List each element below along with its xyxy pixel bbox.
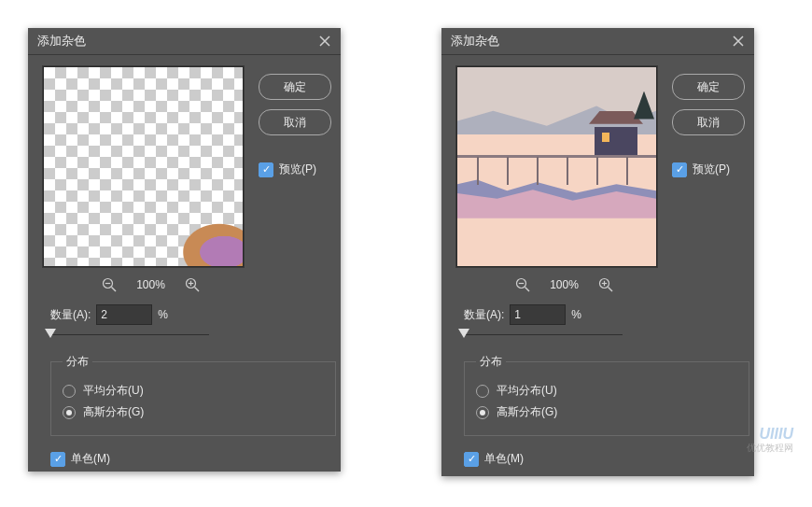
distribution-group: 分布 平均分布(U) 高斯分布(G) [464,354,749,436]
mono-checkbox[interactable] [50,452,65,467]
svg-line-4 [194,288,199,292]
amount-label: 数量(A): [464,307,504,323]
svg-line-8 [525,288,530,292]
mono-label: 单色(M) [71,451,110,467]
watermark: UIIIU 优优教程网 [747,426,793,453]
radio-gaussian[interactable]: 高斯分布(G) [63,404,324,420]
preview-checkbox[interactable] [672,162,687,177]
zoom-out-icon[interactable] [514,276,531,293]
slider-thumb-icon[interactable] [458,329,469,338]
preview-image [456,66,657,267]
radio-uniform-label: 平均分布(U) [83,383,144,399]
amount-input[interactable] [96,304,152,325]
preview-checkbox-label: 预览(P) [693,162,730,177]
dialog-title: 添加杂色 [451,33,730,49]
titlebar: 添加杂色 [441,28,754,55]
svg-line-11 [608,288,612,292]
preview-checkbox[interactable] [259,162,273,177]
radio-icon [476,385,489,398]
amount-label: 数量(A): [50,307,91,323]
radio-uniform-label: 平均分布(U) [497,383,557,399]
distribution-group: 分布 平均分布(U) 高斯分布(G) [50,354,336,436]
distribution-legend: 分布 [476,354,506,370]
amount-input[interactable] [510,304,566,325]
ok-button[interactable]: 确定 [259,74,331,100]
preview-image [43,66,244,267]
amount-slider[interactable] [464,334,623,335]
titlebar: 添加杂色 [28,28,341,55]
radio-uniform[interactable]: 平均分布(U) [476,383,737,399]
zoom-value: 100% [550,278,579,291]
amount-unit: % [158,308,168,321]
mono-checkbox[interactable] [464,452,479,467]
close-icon[interactable] [730,33,747,49]
dialog-title: 添加杂色 [37,33,316,49]
zoom-out-icon[interactable] [101,276,118,293]
preview-checkbox-label: 预览(P) [279,162,316,177]
radio-uniform[interactable]: 平均分布(U) [63,383,324,399]
radio-icon [63,406,76,419]
distribution-legend: 分布 [63,354,92,370]
add-noise-dialog-right: 添加杂色 [441,28,754,476]
radio-icon [63,385,76,398]
radio-icon [476,406,489,419]
zoom-in-icon[interactable] [597,276,614,293]
zoom-value: 100% [136,278,165,291]
close-icon[interactable] [316,33,333,49]
radio-gaussian[interactable]: 高斯分布(G) [476,404,737,420]
radio-gaussian-label: 高斯分布(G) [83,404,144,420]
cancel-button[interactable]: 取消 [259,109,331,135]
amount-slider[interactable] [50,334,209,335]
amount-unit: % [571,308,581,321]
add-noise-dialog-left: 添加杂色 100% 确定 取消 [28,28,341,472]
ok-button[interactable]: 确定 [672,74,745,100]
slider-thumb-icon[interactable] [45,329,56,338]
radio-gaussian-label: 高斯分布(G) [497,404,557,420]
cancel-button[interactable]: 取消 [672,109,745,135]
svg-line-1 [112,288,117,292]
mono-label: 单色(M) [484,451,524,467]
zoom-in-icon[interactable] [184,276,201,293]
